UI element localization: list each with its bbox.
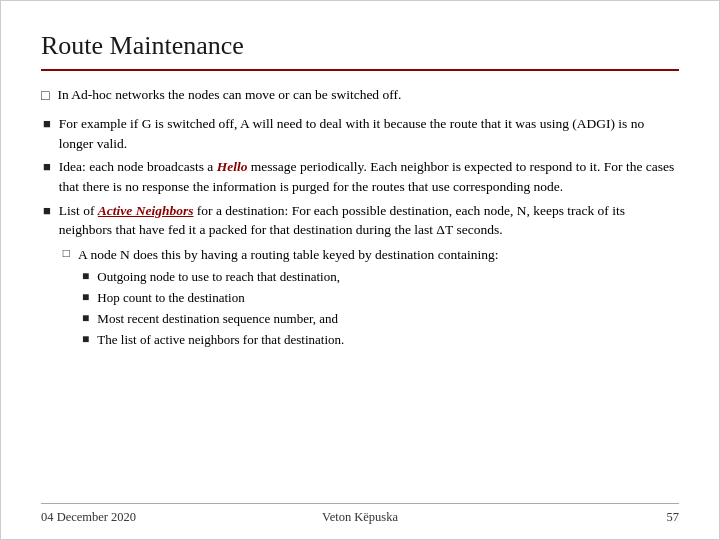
level2-bullet-2-icon: ■ <box>43 158 51 177</box>
level4-item-3: ■ Most recent destination sequence numbe… <box>82 310 679 329</box>
level4-item-2: ■ Hop count to the destination <box>82 289 679 308</box>
idea-text-before: Idea: each node broadcasts a <box>59 159 217 174</box>
level2-text-3: List of Active Neighbors for a destinati… <box>59 201 679 355</box>
level4-text-2: Hop count to the destination <box>97 289 679 308</box>
level4-bullet-1-icon: ■ <box>82 268 89 285</box>
level1-item: □ In Ad-hoc networks the nodes can move … <box>41 85 679 106</box>
level4-bullet-3-icon: ■ <box>82 310 89 327</box>
footer: 04 December 2020 Veton Këpuska 57 <box>41 503 679 525</box>
level3-item: □ A node N does this by having a routing… <box>63 245 679 352</box>
level2-item-1: ■ For example if G is switched off, A wi… <box>43 114 679 153</box>
level2-bullet-1-icon: ■ <box>43 115 51 134</box>
level2-text-1: For example if G is switched off, A will… <box>59 114 679 153</box>
level3-container: □ A node N does this by having a routing… <box>63 245 679 352</box>
slide: Route Maintenance □ In Ad-hoc networks t… <box>0 0 720 540</box>
footer-author: Veton Këpuska <box>254 510 467 525</box>
level4-bullet-2-icon: ■ <box>82 289 89 306</box>
footer-date: 04 December 2020 <box>41 510 254 525</box>
level1-text: In Ad-hoc networks the nodes can move or… <box>57 85 679 105</box>
level4-text-4: The list of active neighbors for that de… <box>97 331 679 350</box>
level2-item-2: ■ Idea: each node broadcasts a Hello mes… <box>43 157 679 196</box>
content-area: □ In Ad-hoc networks the nodes can move … <box>41 85 679 355</box>
level3-text: A node N does this by having a routing t… <box>78 245 679 352</box>
level4-bullet-4-icon: ■ <box>82 331 89 348</box>
level2-bullet-3-icon: ■ <box>43 202 51 221</box>
footer-page-number: 57 <box>466 510 679 525</box>
level2-item-3: ■ List of Active Neighbors for a destina… <box>43 201 679 355</box>
level4-item-4: ■ The list of active neighbors for that … <box>82 331 679 350</box>
level4-text-3: Most recent destination sequence number,… <box>97 310 679 329</box>
hello-word: Hello <box>217 159 248 174</box>
slide-title: Route Maintenance <box>41 31 679 61</box>
active-neighbors-word: Active Neighbors <box>98 203 194 218</box>
level4-text-1: Outgoing node to use to reach that desti… <box>97 268 679 287</box>
level4-list: ■ Outgoing node to use to reach that des… <box>82 268 679 349</box>
level2-text-2: Idea: each node broadcasts a Hello messa… <box>59 157 679 196</box>
title-divider <box>41 69 679 71</box>
sublevel-text: A node N does this by having a routing t… <box>78 247 498 262</box>
level4-item-1: ■ Outgoing node to use to reach that des… <box>82 268 679 287</box>
level3-bullet-icon: □ <box>63 245 70 262</box>
level1-bullet-icon: □ <box>41 86 49 106</box>
list-text-before: List of <box>59 203 98 218</box>
level2-list: ■ For example if G is switched off, A wi… <box>43 114 679 354</box>
